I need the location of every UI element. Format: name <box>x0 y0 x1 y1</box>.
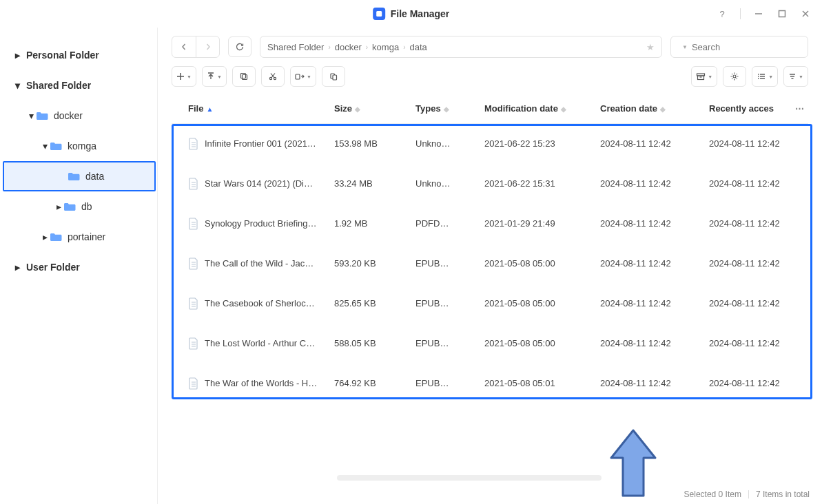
view-button[interactable]: ▼ <box>752 66 778 87</box>
svg-rect-17 <box>333 75 337 80</box>
sort-asc-icon: ▲ <box>206 105 213 113</box>
column-header-size[interactable]: Size◆ <box>329 103 410 114</box>
search-box[interactable]: ▼ <box>670 36 808 58</box>
cell-creation: 2024-08-11 12:42 <box>595 138 703 149</box>
cell-size: 1.92 MB <box>329 218 410 229</box>
table-row[interactable]: Infinite Frontier 001 (2021…153.98 MBUnk… <box>172 124 808 164</box>
paste-button[interactable] <box>322 66 345 87</box>
cell-file: Synology Product Briefing… <box>172 218 329 230</box>
settings-button[interactable] <box>723 66 746 87</box>
breadcrumb: Shared Folder›docker›komga›data★ <box>260 36 662 58</box>
cell-file: The War of the Worlds - H… <box>172 377 329 390</box>
breadcrumb-item[interactable]: data <box>409 42 427 52</box>
horizontal-scrollbar[interactable] <box>337 475 602 481</box>
chevron-right-icon: › <box>403 43 405 51</box>
search-input[interactable] <box>692 42 808 52</box>
table-row[interactable]: The Casebook of Sherloc…825.65 KBEPUB…20… <box>172 284 808 324</box>
status-total: 7 Items in total <box>756 490 810 499</box>
chevron-right-icon: › <box>328 43 330 51</box>
chevron-down-icon[interactable]: ▾ <box>26 110 36 121</box>
table-row[interactable]: The War of the Worlds - H…764.92 KBEPUB…… <box>172 364 808 403</box>
cell-size: 33.24 MB <box>329 178 410 189</box>
sidebar-item-user-folder[interactable]: ▸User Folder <box>0 252 157 282</box>
cell-types: EPUB… <box>410 338 479 348</box>
svg-rect-9 <box>242 75 247 80</box>
breadcrumb-item[interactable]: komga <box>372 42 399 52</box>
cell-modification: 2021-05-08 05:00 <box>479 258 595 269</box>
cell-types: Unkno… <box>410 138 479 149</box>
cell-size: 825.65 KB <box>329 298 410 308</box>
file-name: The War of the Worlds - H… <box>205 378 317 388</box>
sidebar-item-portainer[interactable]: ▸portainer <box>0 222 157 252</box>
folder-icon <box>50 232 62 242</box>
cell-accessed: 2024-08-11 12:42 <box>703 378 792 388</box>
cell-accessed: 2024-08-11 12:42 <box>703 218 792 229</box>
file-table: File▲ Size◆ Types◆ Modification date◆ Cr… <box>172 94 808 403</box>
maximize-button[interactable] <box>777 8 788 19</box>
status-bar: Selected 0 Item 7 Items in total <box>672 485 822 504</box>
back-button[interactable] <box>172 36 196 57</box>
sort-button[interactable]: ▼ <box>783 66 808 87</box>
svg-rect-2 <box>779 11 785 17</box>
sidebar-item-label: komga <box>68 140 96 151</box>
sidebar-item-personal-folder[interactable]: ▸Personal Folder <box>0 40 157 70</box>
column-header-accessed[interactable]: Recently acces <box>703 103 792 114</box>
breadcrumb-item[interactable]: docker <box>335 42 362 52</box>
column-more-button[interactable]: ⋯ <box>792 103 808 114</box>
sidebar-item-db[interactable]: ▸db <box>0 191 157 222</box>
column-header-creation[interactable]: Creation date◆ <box>595 103 703 114</box>
sidebar-item-data[interactable]: data <box>3 161 156 191</box>
nav-history-group <box>172 36 220 58</box>
forward-button[interactable] <box>196 36 219 57</box>
table-row[interactable]: Synology Product Briefing…1.92 MBPDFD…20… <box>172 204 808 244</box>
table-row[interactable]: Star Wars 014 (2021) (Di…33.24 MBUnkno…2… <box>172 164 808 204</box>
column-header-modification[interactable]: Modification date◆ <box>479 103 595 114</box>
sidebar-item-docker[interactable]: ▾docker <box>0 101 157 131</box>
column-header-types[interactable]: Types◆ <box>410 103 479 114</box>
sidebar-item-label: docker <box>54 110 83 121</box>
table-row[interactable]: The Call of the Wild - Jac…593.20 KBEPUB… <box>172 244 808 284</box>
cell-modification: 2021-06-22 15:31 <box>479 178 595 189</box>
toolbar-action-row: ▼ ▼ ▼ ▼ ▼ ▼ <box>158 63 822 94</box>
table-row[interactable]: The Lost World - Arthur C…588.05 KBEPUB…… <box>172 324 808 364</box>
minimize-button[interactable] <box>753 8 764 19</box>
chevron-down-icon[interactable]: ▾ <box>12 80 22 91</box>
help-button[interactable]: ? <box>717 8 728 19</box>
refresh-button[interactable] <box>228 36 251 57</box>
cell-modification: 2021-06-22 15:23 <box>479 138 595 149</box>
favorite-star-button[interactable]: ★ <box>646 42 655 52</box>
sidebar-item-shared-folder[interactable]: ▾Shared Folder <box>0 70 157 101</box>
cell-creation: 2024-08-11 12:42 <box>595 178 703 189</box>
chevron-down-icon[interactable]: ▾ <box>40 140 50 151</box>
sort-icon: ◆ <box>355 105 360 113</box>
status-selected: Selected 0 Item <box>684 490 741 499</box>
cut-button[interactable] <box>261 66 285 87</box>
sidebar-item-label: db <box>81 201 92 212</box>
table-body: Infinite Frontier 001 (2021…153.98 MBUnk… <box>172 124 808 403</box>
chevron-right-icon[interactable]: ▸ <box>12 50 22 61</box>
archive-button[interactable]: ▼ <box>691 66 717 87</box>
upload-button[interactable]: ▼ <box>202 66 227 87</box>
sidebar-item-label: Personal Folder <box>26 50 99 61</box>
cell-file: Star Wars 014 (2021) (Di… <box>172 178 329 190</box>
sort-icon: ◆ <box>444 105 449 113</box>
cell-modification: 2021-05-08 05:01 <box>479 378 595 388</box>
svg-rect-15 <box>296 74 300 79</box>
chevron-right-icon: › <box>366 43 368 51</box>
chevron-right-icon[interactable]: ▸ <box>12 262 22 273</box>
column-header-file[interactable]: File▲ <box>172 103 329 114</box>
chevron-right-icon[interactable]: ▸ <box>40 231 50 242</box>
breadcrumb-item[interactable]: Shared Folder <box>267 42 324 52</box>
move-button[interactable]: ▼ <box>290 66 316 87</box>
copy-button[interactable] <box>232 66 256 87</box>
search-scope-caret-icon[interactable]: ▼ <box>682 44 688 50</box>
chevron-right-icon[interactable]: ▸ <box>54 201 63 212</box>
cell-size: 153.98 MB <box>329 138 410 149</box>
sidebar-item-label: portainer <box>68 231 105 242</box>
sidebar-item-komga[interactable]: ▾komga <box>0 131 157 161</box>
titlebar: File Manager ? <box>0 0 822 28</box>
close-button[interactable] <box>800 8 811 19</box>
cell-creation: 2024-08-11 12:42 <box>595 258 703 269</box>
add-button[interactable]: ▼ <box>172 66 196 87</box>
annotation-arrow-icon <box>606 427 661 503</box>
